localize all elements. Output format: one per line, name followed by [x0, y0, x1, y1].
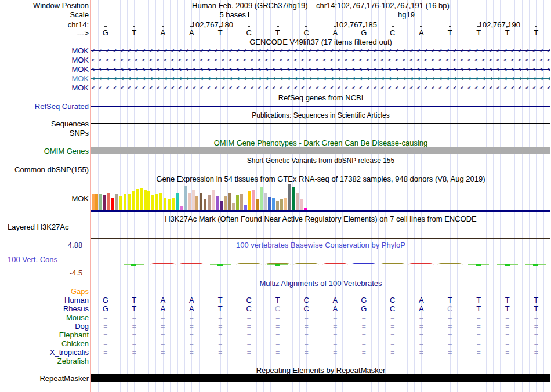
repeatmasker-item[interactable]	[91, 374, 550, 382]
snps-label[interactable]: SNPs	[70, 129, 89, 138]
omim-gene-item[interactable]	[91, 147, 550, 154]
species-label-dog[interactable]: Dog	[75, 322, 89, 331]
left-arrow-icon: <	[272, 85, 276, 92]
gtex-tissue-bar[interactable]	[99, 194, 102, 210]
gtex-tissue-bar[interactable]	[168, 199, 171, 210]
gtex-tissue-bar[interactable]	[180, 206, 183, 210]
gencode-transcript-row[interactable]: <<<<<<<<<<<<<<<<<<<<<<<<<<<<<<<<<<<<<<<<…	[91, 48, 550, 55]
gtex-tissue-bar[interactable]	[200, 193, 202, 210]
gtex-tissue-bar[interactable]	[248, 191, 251, 210]
phylop-track-label[interactable]: 100 Vert. Cons	[8, 255, 57, 264]
gtex-tissue-bar[interactable]	[204, 199, 206, 210]
gtex-tissue-bar[interactable]	[256, 199, 259, 210]
species-label-mouse[interactable]: Mouse	[66, 313, 89, 322]
gtex-tissue-bar[interactable]	[232, 203, 235, 210]
refseq-curated-label[interactable]: RefSeq Curated	[35, 102, 89, 111]
gtex-tissue-bar[interactable]	[244, 205, 247, 210]
gtex-tissue-bar[interactable]	[268, 197, 271, 210]
gtex-tissue-bar[interactable]	[115, 194, 118, 210]
gtex-tissue-bar[interactable]	[103, 195, 106, 210]
gtex-tissue-bar[interactable]	[111, 198, 114, 210]
gtex-tissue-bar[interactable]	[228, 193, 231, 210]
gtex-tissue-bar[interactable]	[184, 186, 187, 210]
gencode-transcript-row[interactable]: <<<<<<<<<<<<<<<<<<<<<<<<<<<<<<<<<<<<<<<<…	[91, 57, 550, 64]
dbsnp-track-title[interactable]: Short Genetic Variants from dbSNP releas…	[91, 157, 550, 165]
omim-track-title[interactable]: OMIM Gene Phenotypes - Dark Green Can Be…	[91, 139, 550, 147]
gtex-tissue-bar[interactable]	[147, 191, 150, 210]
gencode-track-title[interactable]: GENCODE V49lift37 (17 items filtered out…	[91, 38, 550, 46]
repeatmasker-label[interactable]: RepeatMasker	[39, 374, 89, 383]
gtex-tissue-bar[interactable]	[260, 187, 263, 210]
omim-genes-label[interactable]: OMIM Genes	[44, 147, 89, 156]
species-label-x_tropicalis[interactable]: X_tropicalis	[50, 348, 89, 357]
gtex-tissue-bar[interactable]	[124, 194, 126, 210]
gtex-tissue-bar[interactable]	[276, 201, 279, 210]
gtex-tissue-bar[interactable]	[208, 195, 211, 210]
gtex-tissue-bar[interactable]	[272, 198, 275, 210]
publications-track-title[interactable]: Publications: Sequences in Scientific Ar…	[91, 111, 550, 120]
gtex-tissue-bar[interactable]	[252, 190, 255, 210]
gtex-tissue-bar[interactable]	[107, 193, 110, 210]
gtex-tissue-bar[interactable]	[172, 198, 175, 210]
gtex-tissue-bar[interactable]	[240, 194, 243, 210]
gencode-item-label[interactable]: MOK	[71, 56, 89, 65]
multiz-track-title[interactable]: Multiz Alignments of 100 Vertebrates	[91, 279, 550, 288]
gtex-tissue-bar[interactable]	[280, 199, 283, 210]
gtex-tissue-bar[interactable]	[128, 194, 130, 210]
gtex-tissue-bar[interactable]	[292, 187, 295, 210]
gtex-track-title[interactable]: Gene Expression in 54 tissues from GTEx …	[91, 175, 550, 183]
gtex-tissue-bar[interactable]	[164, 198, 166, 210]
gencode-transcript-row[interactable]: <<<<<<<<<<<<<<<<<<<<<<<<<<<<<<<<<<<<<<<<…	[91, 85, 550, 92]
gtex-tissue-bar[interactable]	[92, 194, 95, 210]
species-label-rhesus[interactable]: Rhesus	[63, 304, 89, 314]
gtex-tissue-bar[interactable]	[119, 196, 122, 210]
gtex-tissue-bar[interactable]	[284, 198, 287, 210]
species-label-zebrafish[interactable]: Zebrafish	[57, 357, 89, 366]
species-label-human[interactable]: Human	[64, 296, 89, 305]
gtex-tissue-bar[interactable]	[216, 196, 219, 210]
layered-h3k27ac-label[interactable]: Layered H3K27Ac	[8, 223, 69, 232]
gtex-tissue-bar[interactable]	[220, 201, 223, 210]
gencode-item-label[interactable]: MOK	[71, 74, 89, 84]
phylop-track-title[interactable]: 100 vertebrates Basewise Conservation by…	[91, 241, 550, 249]
gtex-tissue-bar[interactable]	[176, 193, 179, 210]
gtex-tissue-bar[interactable]	[304, 208, 307, 210]
gtex-tissue-bar[interactable]	[160, 193, 162, 210]
strand-direction-label[interactable]: --->	[77, 29, 89, 38]
gtex-tissue-bar[interactable]	[188, 193, 191, 210]
sequences-label[interactable]: Sequences	[51, 119, 89, 129]
gtex-tissue-bar[interactable]	[132, 191, 135, 210]
gencode-item-label[interactable]: MOK	[71, 46, 89, 56]
refseq-track-title[interactable]: RefSeq genes from NCBI	[91, 93, 550, 102]
gencode-transcript-row[interactable]: <<<<<<<<<<<<<<<<<<<<<<<<<<<<<<<<<<<<<<<<…	[91, 66, 550, 73]
refseq-curated-item[interactable]	[91, 106, 550, 107]
gtex-tissue-bar[interactable]	[95, 194, 98, 210]
gtex-tissue-bar[interactable]	[224, 196, 227, 210]
species-label-elephant[interactable]: Elephant	[59, 331, 89, 340]
repeatmasker-track-title[interactable]: Repeating Elements by RepeatMasker	[91, 366, 550, 375]
sequences-item[interactable]	[91, 123, 550, 124]
gtex-tissue-bar[interactable]	[140, 188, 143, 210]
h3k27ac-baseline[interactable]	[91, 238, 550, 239]
gtex-tissue-bar[interactable]	[155, 194, 158, 210]
gtex-tissue-bar[interactable]	[264, 193, 267, 210]
gencode-transcript-row[interactable]: <<<<<<<<<<<<<<<<<<<<<<<<<<<<<<<<<<<<<<<<…	[91, 75, 550, 82]
gtex-tissue-bar[interactable]	[296, 193, 299, 210]
species-label-chicken[interactable]: Chicken	[61, 339, 89, 349]
gtex-tissue-bar[interactable]	[195, 196, 198, 210]
gtex-tissue-bar[interactable]	[192, 190, 195, 210]
gtex-gene-label[interactable]: MOK	[71, 194, 89, 204]
gtex-tissue-bar[interactable]	[151, 195, 154, 210]
gtex-tissue-bar[interactable]	[236, 195, 239, 210]
h3k27ac-track-title[interactable]: H3K27Ac Mark (Often Found Near Active Re…	[91, 215, 550, 223]
gtex-tissue-bar[interactable]	[136, 189, 139, 210]
gtex-tissue-bar[interactable]	[144, 190, 147, 210]
gtex-tissue-bar[interactable]	[212, 190, 215, 210]
common-dbsnp-label[interactable]: Common dbSNP(155)	[14, 165, 89, 175]
gencode-item-label[interactable]: MOK	[71, 65, 89, 74]
alignment-cell: T	[436, 296, 465, 304]
species-label-gaps[interactable]: Gaps	[71, 287, 89, 296]
gtex-tissue-bar[interactable]	[300, 199, 303, 210]
gencode-item-label[interactable]: MOK	[71, 84, 89, 93]
gtex-tissue-bar[interactable]	[288, 184, 291, 210]
